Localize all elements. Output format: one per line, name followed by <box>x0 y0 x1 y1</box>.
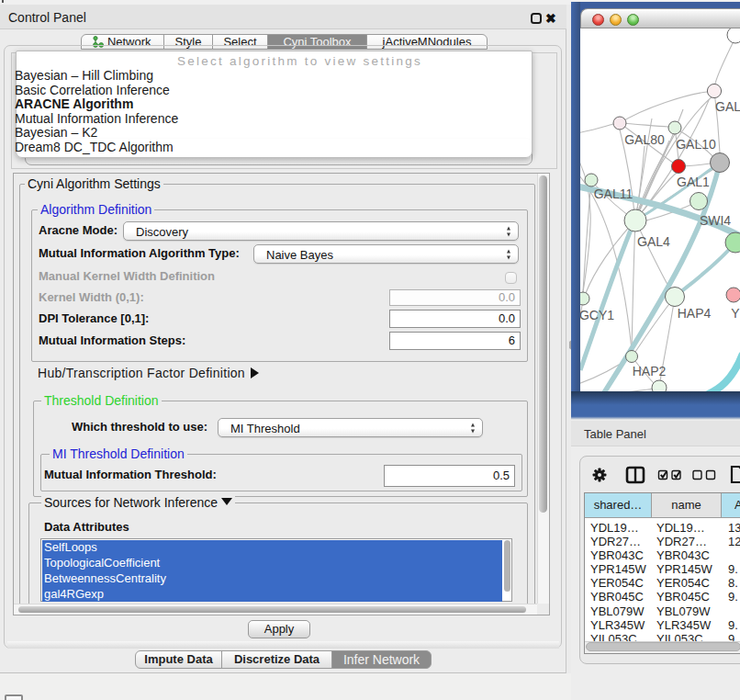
svg-text:HAP2: HAP2 <box>633 364 667 378</box>
svg-text:GCY1: GCY1 <box>580 308 614 322</box>
svg-text:SWI4: SWI4 <box>700 213 731 228</box>
svg-text:GAL80: GAL80 <box>624 132 665 147</box>
svg-text:GAL2: GAL2 <box>715 99 740 114</box>
svg-text:Y: Y <box>731 306 740 321</box>
svg-text:GAL11: GAL11 <box>594 186 633 201</box>
svg-text:GAL4: GAL4 <box>637 234 670 249</box>
svg-text:HAP4: HAP4 <box>678 306 712 321</box>
svg-text:GAL1: GAL1 <box>677 175 710 189</box>
svg-text:GAL10: GAL10 <box>676 137 716 152</box>
